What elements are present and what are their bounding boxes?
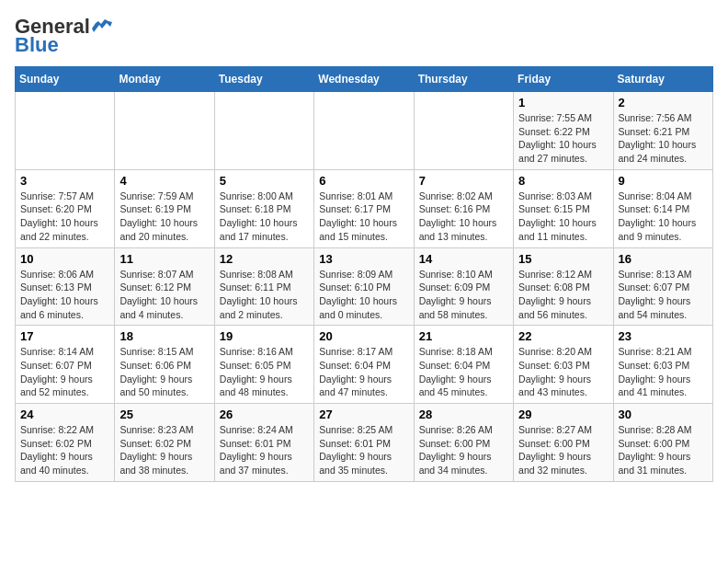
day-info: Sunrise: 8:24 AM Sunset: 6:01 PM Dayligh…	[220, 423, 309, 477]
day-number: 26	[220, 408, 309, 421]
calendar-cell: 10Sunrise: 8:06 AM Sunset: 6:13 PM Dayli…	[16, 247, 115, 326]
calendar-cell: 14Sunrise: 8:10 AM Sunset: 6:09 PM Dayli…	[414, 247, 513, 326]
day-number: 13	[319, 252, 408, 266]
day-number: 23	[619, 329, 708, 343]
calendar-table: SundayMondayTuesdayWednesdayThursdayFrid…	[15, 66, 713, 482]
calendar-cell	[414, 92, 513, 170]
calendar-cell: 11Sunrise: 8:07 AM Sunset: 6:12 PM Dayli…	[115, 247, 214, 326]
day-info: Sunrise: 7:56 AM Sunset: 6:21 PM Dayligh…	[619, 111, 708, 166]
calendar-cell: 22Sunrise: 8:20 AM Sunset: 6:03 PM Dayli…	[514, 326, 613, 404]
day-info: Sunrise: 8:07 AM Sunset: 6:12 PM Dayligh…	[119, 268, 209, 322]
day-number: 25	[119, 408, 209, 421]
day-info: Sunrise: 8:21 AM Sunset: 6:03 PM Dayligh…	[619, 345, 708, 399]
day-number: 2	[619, 96, 708, 109]
day-number: 1	[518, 96, 608, 109]
svg-marker-0	[92, 19, 112, 32]
calendar-cell: 27Sunrise: 8:25 AM Sunset: 6:01 PM Dayli…	[314, 404, 414, 482]
weekday-header: Wednesday	[314, 67, 414, 92]
day-info: Sunrise: 8:09 AM Sunset: 6:10 PM Dayligh…	[319, 268, 408, 322]
calendar-week-row: 24Sunrise: 8:22 AM Sunset: 6:02 PM Dayli…	[16, 404, 713, 482]
logo-bird-icon	[92, 19, 112, 34]
day-number: 20	[319, 329, 408, 343]
calendar-cell: 30Sunrise: 8:28 AM Sunset: 6:00 PM Dayli…	[613, 404, 712, 482]
day-info: Sunrise: 8:20 AM Sunset: 6:03 PM Dayligh…	[518, 345, 608, 399]
day-info: Sunrise: 8:14 AM Sunset: 6:07 PM Dayligh…	[20, 345, 109, 399]
calendar-cell: 26Sunrise: 8:24 AM Sunset: 6:01 PM Dayli…	[214, 404, 313, 482]
logo-blue: Blue	[15, 33, 59, 57]
day-info: Sunrise: 8:06 AM Sunset: 6:13 PM Dayligh…	[20, 268, 109, 322]
calendar-cell: 3Sunrise: 7:57 AM Sunset: 6:20 PM Daylig…	[16, 169, 115, 247]
day-number: 8	[518, 174, 608, 188]
day-number: 30	[619, 408, 708, 421]
day-number: 14	[419, 252, 508, 266]
weekday-header: Friday	[514, 67, 613, 92]
day-number: 17	[20, 329, 109, 343]
calendar-week-row: 17Sunrise: 8:14 AM Sunset: 6:07 PM Dayli…	[16, 326, 713, 404]
day-info: Sunrise: 8:01 AM Sunset: 6:17 PM Dayligh…	[319, 190, 408, 244]
calendar-week-row: 3Sunrise: 7:57 AM Sunset: 6:20 PM Daylig…	[16, 169, 713, 247]
day-number: 10	[20, 252, 109, 266]
day-info: Sunrise: 7:55 AM Sunset: 6:22 PM Dayligh…	[518, 111, 608, 166]
day-info: Sunrise: 8:22 AM Sunset: 6:02 PM Dayligh…	[20, 423, 109, 477]
calendar-cell: 29Sunrise: 8:27 AM Sunset: 6:00 PM Dayli…	[514, 404, 613, 482]
calendar-cell: 15Sunrise: 8:12 AM Sunset: 6:08 PM Dayli…	[514, 247, 613, 326]
day-number: 28	[419, 408, 508, 421]
day-number: 21	[419, 329, 508, 343]
calendar-cell: 18Sunrise: 8:15 AM Sunset: 6:06 PM Dayli…	[115, 326, 214, 404]
day-info: Sunrise: 8:16 AM Sunset: 6:05 PM Dayligh…	[220, 345, 309, 399]
day-number: 11	[119, 252, 209, 266]
calendar-cell: 12Sunrise: 8:08 AM Sunset: 6:11 PM Dayli…	[214, 247, 313, 326]
calendar-cell: 2Sunrise: 7:56 AM Sunset: 6:21 PM Daylig…	[613, 92, 712, 170]
page-header: General Blue	[15, 15, 713, 57]
day-number: 15	[518, 252, 608, 266]
calendar-header-row: SundayMondayTuesdayWednesdayThursdayFrid…	[16, 67, 713, 92]
day-info: Sunrise: 8:13 AM Sunset: 6:07 PM Dayligh…	[619, 268, 708, 322]
day-info: Sunrise: 8:28 AM Sunset: 6:00 PM Dayligh…	[619, 423, 708, 477]
day-info: Sunrise: 8:00 AM Sunset: 6:18 PM Dayligh…	[220, 190, 309, 244]
calendar-cell	[214, 92, 313, 170]
weekday-header: Saturday	[613, 67, 712, 92]
calendar-cell: 1Sunrise: 7:55 AM Sunset: 6:22 PM Daylig…	[514, 92, 613, 170]
calendar-cell: 8Sunrise: 8:03 AM Sunset: 6:15 PM Daylig…	[514, 169, 613, 247]
day-info: Sunrise: 8:03 AM Sunset: 6:15 PM Dayligh…	[518, 190, 608, 244]
day-info: Sunrise: 8:18 AM Sunset: 6:04 PM Dayligh…	[419, 345, 508, 399]
calendar-cell: 20Sunrise: 8:17 AM Sunset: 6:04 PM Dayli…	[314, 326, 414, 404]
day-info: Sunrise: 8:10 AM Sunset: 6:09 PM Dayligh…	[419, 268, 508, 322]
day-info: Sunrise: 8:27 AM Sunset: 6:00 PM Dayligh…	[518, 423, 608, 477]
day-number: 27	[319, 408, 408, 421]
day-number: 29	[518, 408, 608, 421]
calendar-cell: 17Sunrise: 8:14 AM Sunset: 6:07 PM Dayli…	[16, 326, 115, 404]
day-number: 6	[319, 174, 408, 188]
day-info: Sunrise: 8:15 AM Sunset: 6:06 PM Dayligh…	[119, 345, 209, 399]
calendar-cell	[115, 92, 214, 170]
day-number: 9	[619, 174, 708, 188]
day-info: Sunrise: 8:25 AM Sunset: 6:01 PM Dayligh…	[319, 423, 408, 477]
calendar-cell: 9Sunrise: 8:04 AM Sunset: 6:14 PM Daylig…	[613, 169, 712, 247]
day-info: Sunrise: 8:23 AM Sunset: 6:02 PM Dayligh…	[119, 423, 209, 477]
weekday-header: Sunday	[16, 67, 115, 92]
calendar-cell: 13Sunrise: 8:09 AM Sunset: 6:10 PM Dayli…	[314, 247, 414, 326]
day-info: Sunrise: 8:04 AM Sunset: 6:14 PM Dayligh…	[619, 190, 708, 244]
day-number: 12	[220, 252, 309, 266]
day-info: Sunrise: 8:17 AM Sunset: 6:04 PM Dayligh…	[319, 345, 408, 399]
calendar-cell: 6Sunrise: 8:01 AM Sunset: 6:17 PM Daylig…	[314, 169, 414, 247]
day-number: 24	[20, 408, 109, 421]
day-number: 22	[518, 329, 608, 343]
day-number: 3	[20, 174, 109, 188]
calendar-cell: 4Sunrise: 7:59 AM Sunset: 6:19 PM Daylig…	[115, 169, 214, 247]
day-info: Sunrise: 8:02 AM Sunset: 6:16 PM Dayligh…	[419, 190, 508, 244]
day-number: 4	[119, 174, 209, 188]
calendar-week-row: 1Sunrise: 7:55 AM Sunset: 6:22 PM Daylig…	[16, 92, 713, 170]
calendar-cell: 5Sunrise: 8:00 AM Sunset: 6:18 PM Daylig…	[214, 169, 313, 247]
calendar-week-row: 10Sunrise: 8:06 AM Sunset: 6:13 PM Dayli…	[16, 247, 713, 326]
day-number: 7	[419, 174, 508, 188]
day-number: 18	[119, 329, 209, 343]
day-number: 5	[220, 174, 309, 188]
day-info: Sunrise: 7:59 AM Sunset: 6:19 PM Dayligh…	[119, 190, 209, 244]
weekday-header: Monday	[115, 67, 214, 92]
calendar-cell: 7Sunrise: 8:02 AM Sunset: 6:16 PM Daylig…	[414, 169, 513, 247]
logo: General Blue	[15, 15, 112, 57]
day-info: Sunrise: 7:57 AM Sunset: 6:20 PM Dayligh…	[20, 190, 109, 244]
calendar-cell	[314, 92, 414, 170]
calendar-cell: 19Sunrise: 8:16 AM Sunset: 6:05 PM Dayli…	[214, 326, 313, 404]
